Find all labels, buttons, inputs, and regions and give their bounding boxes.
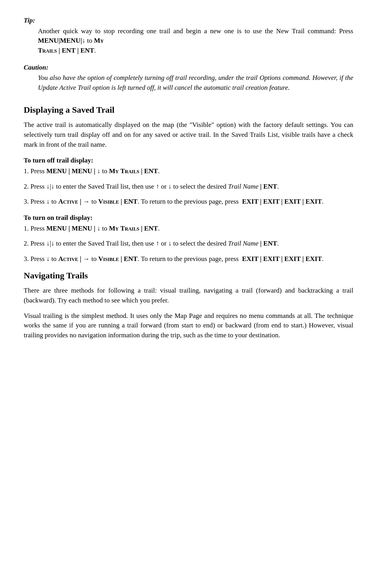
caution-label: Caution: (24, 63, 353, 73)
on-ent-step3: ENT (124, 255, 138, 263)
on-sep3: | (141, 225, 143, 232)
sep2: | (94, 167, 96, 175)
ent2: ENT (81, 47, 94, 54)
sep-tn1: | (260, 183, 262, 190)
on-ent-step1: ENT (144, 225, 158, 232)
sep-v1: | (121, 198, 122, 205)
on-down1: ↓ (97, 225, 101, 232)
turn-on-heading: To turn on trail display: (24, 213, 353, 223)
down-arrow: ↓ (82, 37, 85, 44)
caution-text: You also have the option of completely t… (38, 74, 353, 91)
on-step1-text: 1. Press MENU | MENU | ↓ to My Trails | … (24, 225, 160, 232)
tip-text: Another quick way to stop recording one … (38, 27, 353, 54)
on-sep-tn1: | (260, 240, 262, 247)
step2-text: 2. Press ↓|↓ to enter the Saved Trail li… (24, 183, 279, 190)
step3-text: 3. Press ↓ to Active | → to Visible | EN… (24, 198, 324, 205)
on-sep2: | (94, 225, 96, 232)
tip-label: Tip: (24, 16, 353, 26)
ent-step3: ENT (124, 198, 138, 205)
ent-step2: ENT (263, 183, 277, 190)
on-sep-a1: | (80, 255, 81, 263)
section2-heading: Navigating Trails (24, 269, 353, 282)
turn-off-step3: 3. Press ↓ to Active | → to Visible | EN… (24, 197, 353, 207)
trail-name1: Trail Name (228, 183, 258, 190)
on-sep-v1: | (121, 255, 122, 263)
tip-body: Another quick way to stop recording one … (38, 26, 353, 56)
caution-body: You also have the option of completely t… (38, 73, 353, 93)
step1-text: 1. Press MENU | MENU | ↓ to My Trails | … (24, 167, 160, 175)
turn-on-step3: 3. Press ↓ to Active | → to Visible | EN… (24, 254, 353, 264)
menu1: MENU (46, 167, 67, 175)
pipe4: | (77, 47, 79, 54)
menu-kbd: MENU (38, 37, 58, 44)
turn-off-heading: To turn off trail display: (24, 156, 353, 166)
visible2: Visible (98, 255, 119, 263)
menu-kbd2: MENU (60, 37, 81, 44)
active2: Active (58, 255, 78, 263)
sep-a1: | (80, 198, 81, 205)
section2-para1: There are three methods for following a … (24, 286, 353, 305)
on-step3-text: 3. Press ↓ to Active | → to Visible | EN… (24, 255, 324, 263)
turn-on-step2: 2. Press ↓|↓ to enter the Saved Trail li… (24, 239, 353, 249)
trail-name2: Trail Name (228, 240, 258, 247)
ent-step1: ENT (144, 167, 158, 175)
exit2: EXIT | EXIT | EXIT | EXIT (242, 255, 322, 263)
section1-intro: The active trail is automatically displa… (24, 120, 353, 149)
turn-off-step1: 1. Press MENU | MENU | ↓ to My Trails | … (24, 166, 353, 176)
menu2: MENU (72, 167, 92, 175)
on-menu2: MENU (72, 225, 92, 232)
on-step2-text: 2. Press ↓|↓ to enter the Saved Trail li… (24, 240, 279, 247)
turn-off-step2: 2. Press ↓|↓ to enter the Saved Trail li… (24, 182, 353, 192)
visible1: Visible (98, 198, 119, 205)
down1: ↓ (97, 167, 101, 175)
sep1: | (68, 167, 70, 175)
ent1: ENT (62, 47, 75, 54)
on-ent-step2: ENT (263, 240, 277, 247)
sep3: | (141, 167, 143, 175)
on-mytrails1: My Trails (109, 225, 139, 232)
pipe3: | (58, 47, 60, 54)
on-sep1: | (68, 225, 70, 232)
on-menu1: MENU (46, 225, 67, 232)
section2-para2: Visual trailing is the simplest method. … (24, 311, 353, 340)
section1-heading: Displaying a Saved Trail (24, 104, 353, 116)
mytrails1: My Trails (109, 167, 139, 175)
active1: Active (58, 198, 78, 205)
exit1: EXIT | EXIT | EXIT | EXIT (242, 198, 322, 205)
turn-on-step1: 1. Press MENU | MENU | ↓ to My Trails | … (24, 224, 353, 234)
